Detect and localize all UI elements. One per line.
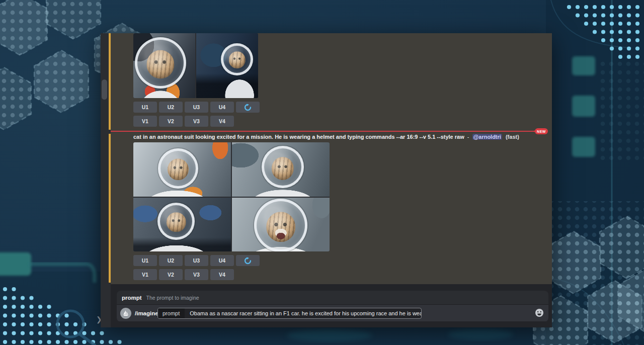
dot-texture	[599, 60, 644, 161]
reroll-button[interactable]	[236, 102, 260, 113]
image-grid-upscaled	[133, 33, 258, 98]
message-input-bar[interactable]: /imagine prompt Obama as a nascar racer …	[117, 305, 548, 321]
generated-image[interactable]	[232, 198, 330, 252]
upscale-button-row: U1 U2 U3 U4	[133, 102, 260, 113]
discord-window: U1 U2 U3 U4 V1 V2 V3 V4	[101, 33, 552, 327]
teal-pad	[572, 56, 595, 75]
teal-pad	[0, 252, 31, 276]
variation-4-button[interactable]: V4	[210, 116, 234, 127]
variation-3-button[interactable]: V3	[185, 116, 208, 127]
generated-image[interactable]	[133, 33, 195, 98]
variation-2-button[interactable]: V2	[159, 116, 183, 127]
command-option-input[interactable]: prompt Obama as a nascar racer sitting i…	[157, 308, 422, 319]
speed-mode-tag: (fast)	[506, 134, 519, 140]
variation-button-row: V1 V2 V3 V4	[133, 269, 234, 280]
prompt-text: cat in an astronaut suit looking excited…	[133, 134, 464, 140]
composer-panel: prompt The prompt to imagine /imagine pr…	[117, 291, 548, 322]
teal-glow	[287, 329, 372, 341]
upscale-2-button[interactable]: U2	[159, 102, 183, 113]
variation-3-button[interactable]: V3	[185, 269, 208, 280]
upscale-4-button[interactable]: U4	[210, 255, 234, 266]
upscale-3-button[interactable]: U3	[185, 255, 208, 266]
refresh-icon	[244, 257, 252, 265]
option-value-text: Obama as a nascar racer sitting in an F1…	[185, 310, 422, 316]
dash-separator: -	[467, 134, 469, 140]
refresh-icon	[244, 104, 252, 111]
slash-command-label: /imagine	[135, 305, 158, 321]
variation-button-row: V1 V2 V3 V4	[133, 116, 234, 127]
desktop-stage: ❯ U1 U2 U3 U4	[0, 0, 644, 345]
teal-pad	[572, 96, 595, 117]
scrollbar-track[interactable]	[101, 33, 109, 327]
variation-1-button[interactable]: V1	[133, 269, 157, 280]
generated-image[interactable]	[133, 198, 231, 252]
upscale-1-button[interactable]: U1	[133, 255, 157, 266]
generated-image[interactable]	[133, 142, 231, 197]
midjourney-bot-avatar	[120, 308, 131, 319]
option-description: The prompt to imagine	[146, 295, 199, 301]
upscale-button-row: U1 U2 U3 U4	[133, 255, 260, 266]
upscale-4-button[interactable]: U4	[210, 102, 234, 113]
variation-2-button[interactable]: V2	[159, 269, 183, 280]
teal-glow	[448, 329, 513, 340]
chat-area: U1 U2 U3 U4 V1 V2 V3 V4	[111, 33, 552, 284]
upscale-1-button[interactable]: U1	[133, 102, 157, 113]
smiley-icon	[535, 308, 544, 317]
variation-4-button[interactable]: V4	[210, 269, 234, 280]
autocomplete-option-row[interactable]: prompt The prompt to imagine	[117, 291, 548, 305]
option-chip: prompt	[158, 308, 185, 318]
upscale-2-button[interactable]: U2	[159, 255, 183, 266]
variation-1-button[interactable]: V1	[133, 116, 157, 127]
midjourney-sailboat-icon	[122, 309, 130, 317]
upscale-3-button[interactable]: U3	[185, 102, 208, 113]
message-text: cat in an astronaut suit looking excited…	[133, 134, 536, 141]
new-divider-line	[111, 131, 537, 132]
option-name: prompt	[122, 295, 142, 301]
composer-section: prompt The prompt to imagine /imagine pr…	[111, 284, 552, 327]
scrollbar-thumb[interactable]	[102, 79, 107, 100]
reroll-button[interactable]	[236, 255, 260, 266]
new-badge: NEW	[535, 128, 548, 134]
generated-image[interactable]	[196, 33, 258, 98]
user-mention[interactable]: @arnoldtri	[472, 134, 502, 140]
teal-pad	[572, 137, 595, 157]
generated-image[interactable]	[232, 142, 330, 197]
emoji-picker-button[interactable]	[535, 308, 544, 317]
image-grid-2x2	[133, 142, 330, 251]
